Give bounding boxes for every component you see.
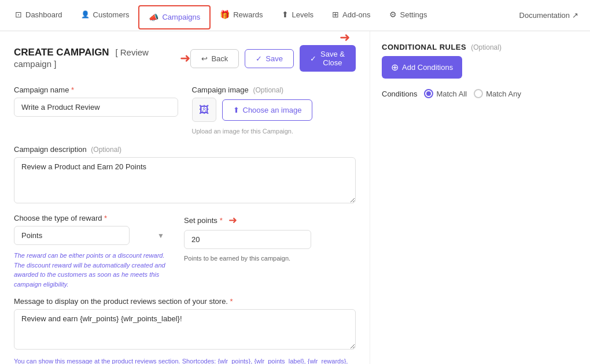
nav-item-rewards[interactable]: 🎁 Rewards (211, 0, 272, 31)
save-and-close-button[interactable]: ✓ Save & Close (300, 45, 356, 72)
choose-image-button[interactable]: ⬆ Choose an image (222, 99, 313, 121)
campaign-desc-textarea[interactable]: Review a Product and Earn 20 Points (14, 157, 356, 203)
conditional-rules-title: CONDITIONAL RULES (382, 43, 466, 51)
message-textarea[interactable]: Review and earn {wlr_points} {wlr_points… (14, 309, 356, 350)
image-thumbnail: 🖼 (192, 98, 216, 122)
conditional-optional: (Optional) (471, 43, 502, 51)
plus-icon: ⊕ (391, 62, 399, 73)
header-buttons: ↩ Back ✓ Save ➜ ✓ Save & Close (190, 45, 356, 72)
nav-item-dashboard[interactable]: ⊡ Dashboard (6, 0, 72, 31)
campaign-name-input[interactable] (14, 98, 178, 117)
reward-hint: The reward can be either points or a dis… (14, 251, 170, 289)
match-all-radio-dot (424, 89, 433, 98)
save-button[interactable]: ✓ Save (245, 49, 294, 68)
save-check-icon: ✓ (256, 54, 262, 63)
nav-item-campaigns[interactable]: 📣 Campaigns (138, 5, 211, 29)
match-any-radio-dot (474, 89, 483, 98)
campaigns-icon: 📣 (149, 13, 158, 22)
nav-item-customers[interactable]: 👤 Customers (72, 0, 139, 31)
save-close-icon: ✓ (310, 54, 316, 63)
match-any-radio[interactable]: Match Any (474, 89, 521, 98)
campaign-desc-label: Campaign description (Optional) (14, 145, 356, 154)
select-arrow-icon: ▼ (157, 232, 164, 240)
conditions-label: Conditions (382, 90, 417, 98)
nav-item-addons[interactable]: ⊞ Add-ons (323, 0, 379, 31)
top-nav: ⊡ Dashboard 👤 Customers 📣 Campaigns 🎁 Re… (0, 0, 590, 31)
set-points-label: Set points * ➜ (184, 214, 356, 226)
documentation-link[interactable]: Documentation ↗ (519, 11, 578, 20)
reward-type-label: Choose the type of reward * (14, 214, 170, 222)
arrow-pointing-to-points: ➜ (228, 214, 237, 226)
page-title: CREATE CAMPAIGN [ Review campaign ] (14, 47, 172, 70)
add-conditions-button[interactable]: ⊕ Add Conditions (382, 56, 462, 79)
levels-icon: ⬆ (282, 10, 289, 19)
campaign-image-label: Campaign image (Optional) (192, 86, 356, 94)
dashboard-icon: ⊡ (15, 10, 22, 19)
arrow-pointing-right: ➜ (180, 51, 190, 66)
image-placeholder-icon: 🖼 (199, 104, 209, 116)
conditions-row: Conditions Match All Match Any (382, 89, 578, 98)
match-all-radio[interactable]: Match All (424, 89, 467, 98)
addons-icon: ⊞ (332, 10, 339, 19)
customers-icon: 👤 (81, 10, 90, 18)
back-button[interactable]: ↩ Back (190, 49, 239, 68)
upload-icon: ⬆ (233, 106, 239, 114)
campaign-name-label: Campaign name * (14, 86, 178, 94)
set-points-input[interactable] (184, 230, 311, 249)
back-icon: ↩ (201, 54, 208, 63)
reward-type-select[interactable]: Points Discount (14, 226, 130, 245)
external-link-icon: ↗ (572, 11, 578, 20)
nav-item-levels[interactable]: ⬆ Levels (272, 0, 323, 31)
upload-hint: Upload an image for this Campaign. (192, 128, 356, 135)
settings-icon: ⚙ (389, 10, 397, 19)
rewards-icon: 🎁 (220, 10, 230, 19)
nav-item-settings[interactable]: ⚙ Settings (380, 0, 437, 31)
points-hint: Points to be earned by this campaign. (184, 255, 356, 262)
message-label: Message to display on the product review… (14, 297, 356, 306)
arrow-pointing-to-button: ➜ (340, 31, 350, 45)
message-hint: You can show this message at the product… (14, 356, 356, 364)
